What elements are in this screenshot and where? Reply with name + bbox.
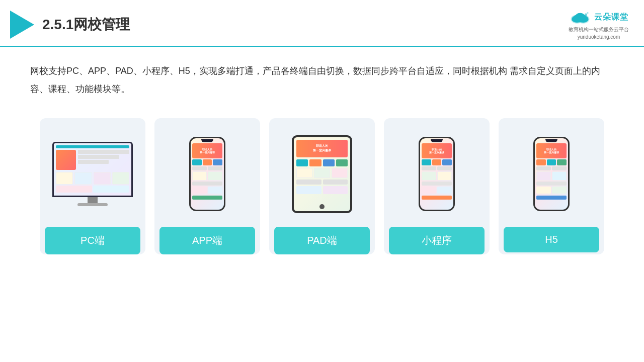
cards-container: PC端 职追人的第一堂兴趣课 bbox=[0, 108, 644, 269]
h5-banner-text: 职追人的第一堂兴趣课 bbox=[544, 148, 559, 154]
pad-image-area: 职追人的第一堂兴趣课 bbox=[274, 126, 370, 222]
card-mini-label: 小程序 bbox=[389, 227, 485, 254]
mini-image-area: 职追人的第一堂兴趣课 bbox=[389, 126, 485, 222]
mini-banner-text: 职追人的第一堂兴趣课 bbox=[429, 148, 444, 154]
cloud-logo: 云朵课堂 bbox=[569, 9, 628, 25]
header-left: 2.5.1网校管理 bbox=[10, 11, 130, 39]
card-app: 职追人的第一堂兴趣课 bbox=[154, 118, 260, 254]
phone-notch-mini bbox=[431, 139, 443, 142]
page-title: 2.5.1网校管理 bbox=[42, 15, 130, 34]
header-right: 云朵课堂 教育机构一站式服务云平台 yunduoketang.com bbox=[569, 9, 629, 40]
phone-notch bbox=[201, 139, 213, 142]
phone-banner-text: 职追人的第一堂兴趣课 bbox=[200, 148, 215, 154]
h5-image-area: 职追人的第一堂兴趣课 bbox=[504, 126, 599, 222]
brand-tagline: 教育机构一站式服务云平台 bbox=[569, 26, 629, 33]
card-pc: PC端 bbox=[40, 118, 145, 254]
app-phone-icon: 职追人的第一堂兴趣课 bbox=[189, 137, 225, 211]
description-text: 网校支持PC、APP、PAD、小程序、H5，实现多端打通，产品各终端自由切换，数… bbox=[0, 47, 644, 108]
card-pc-label: PC端 bbox=[45, 227, 140, 254]
card-app-label: APP端 bbox=[159, 227, 255, 254]
svg-point-7 bbox=[585, 14, 587, 16]
card-pad-label: PAD端 bbox=[274, 227, 370, 254]
mini-phone-icon: 职追人的第一堂兴趣课 bbox=[419, 137, 455, 211]
app-image-area: 职追人的第一堂兴趣课 bbox=[159, 126, 255, 222]
card-h5-label: H5 bbox=[504, 227, 599, 252]
header: 2.5.1网校管理 云朵课堂 教育机构一站式服务云平台 yunduoketang… bbox=[0, 0, 644, 47]
cloud-icon bbox=[569, 9, 591, 25]
logo-triangle-icon bbox=[10, 11, 34, 39]
pad-tablet-icon: 职追人的第一堂兴趣课 bbox=[292, 135, 352, 213]
tablet-home-button bbox=[319, 204, 325, 209]
brand-name: 云朵课堂 bbox=[594, 12, 628, 23]
h5-phone-icon: 职追人的第一堂兴趣课 bbox=[533, 137, 570, 211]
svg-point-8 bbox=[587, 12, 589, 14]
pc-image-area bbox=[45, 126, 140, 222]
brand-domain: yunduoketang.com bbox=[578, 34, 620, 40]
phone-notch-h5 bbox=[545, 139, 557, 142]
card-mini: 职追人的第一堂兴趣课 bbox=[384, 118, 490, 254]
card-h5: 职追人的第一堂兴趣课 bbox=[499, 118, 604, 254]
card-pad: 职追人的第一堂兴趣课 bbox=[269, 118, 375, 254]
pc-monitor-icon bbox=[52, 142, 133, 206]
